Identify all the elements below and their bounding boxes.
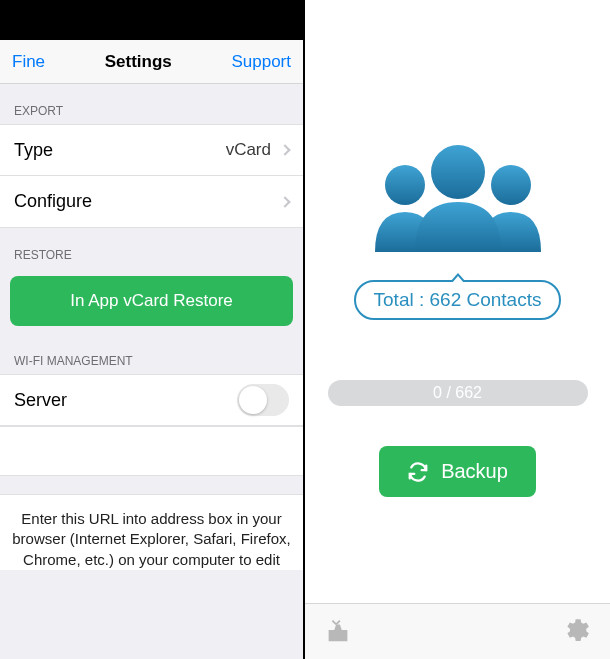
footer-note: Enter this URL into address box in your … <box>0 494 303 570</box>
row-server: Server <box>0 374 303 426</box>
navbar: Fine Settings Support <box>0 40 303 84</box>
chevron-right-icon <box>279 144 290 155</box>
progress-bar: 0 / 662 <box>328 380 588 406</box>
total-contacts-badge: Total : 662 Contacts <box>354 280 562 320</box>
backup-button[interactable]: Backup <box>379 446 536 497</box>
row-label: Configure <box>14 191 281 212</box>
row-label: Type <box>14 140 226 161</box>
section-header-export: EXPORT <box>0 84 303 124</box>
restore-button[interactable]: In App vCard Restore <box>10 276 293 326</box>
row-label: Server <box>14 390 237 411</box>
refresh-icon <box>407 461 429 483</box>
row-configure[interactable]: Configure <box>0 176 303 228</box>
nav-back-button[interactable]: Fine <box>12 52 45 72</box>
svg-point-2 <box>431 145 485 199</box>
backup-screen: Total : 662 Contacts 0 / 662 Backup <box>305 0 610 659</box>
section-header-restore: RESTORE <box>0 228 303 268</box>
backup-label: Backup <box>441 460 508 483</box>
chevron-right-icon <box>279 196 290 207</box>
nav-title: Settings <box>105 52 172 72</box>
section-header-wifi: WI-FI MANAGEMENT <box>0 334 303 374</box>
tools-tab-icon[interactable] <box>323 615 353 649</box>
svg-point-1 <box>491 165 531 205</box>
status-bar <box>0 0 303 40</box>
settings-screen: Fine Settings Support EXPORT Type vCard … <box>0 0 303 659</box>
row-value: vCard <box>226 140 271 160</box>
blank-row <box>0 426 303 476</box>
toggle-knob <box>239 386 267 414</box>
tab-bar <box>305 603 610 659</box>
nav-support-button[interactable]: Support <box>231 52 291 72</box>
settings-tab-icon[interactable] <box>562 615 592 649</box>
row-export-type[interactable]: Type vCard <box>0 124 303 176</box>
svg-point-0 <box>385 165 425 205</box>
server-toggle[interactable] <box>237 384 289 416</box>
contacts-group-icon <box>363 140 553 255</box>
main-content: Total : 662 Contacts 0 / 662 Backup <box>305 0 610 497</box>
